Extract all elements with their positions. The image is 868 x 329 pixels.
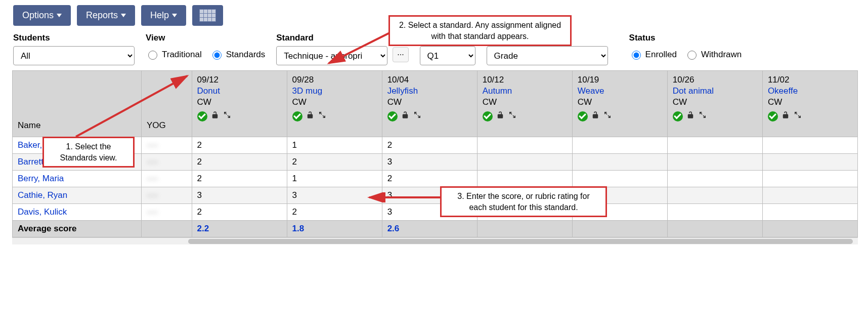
assignment-header-3: 10/12 Autumn CW — [477, 71, 572, 137]
score-cell[interactable] — [477, 170, 572, 187]
yog-cell: ---- — [141, 153, 192, 170]
students-select[interactable]: All — [13, 46, 135, 65]
score-cell[interactable]: 3 — [192, 187, 287, 203]
score-cell[interactable] — [762, 203, 857, 220]
score-cell[interactable] — [572, 137, 667, 153]
score-cell[interactable]: 2 — [287, 203, 382, 220]
unlock-icon[interactable] — [591, 110, 600, 122]
callout-3: 3. Enter the score, or rubric rating for… — [440, 186, 607, 217]
grid-view-button[interactable] — [192, 5, 223, 26]
student-name-cell[interactable]: Berry, Maria — [13, 170, 141, 187]
unlock-icon[interactable] — [781, 110, 790, 122]
table-row: Baker, Matthew----212 — [13, 137, 858, 153]
score-cell[interactable] — [477, 137, 572, 153]
grid-icon — [199, 9, 216, 22]
status-withdrawn-radio[interactable] — [687, 51, 697, 60]
gradebook-table-wrap: Name YOG 09/12 Donut CW 09/28 3D mug CW … — [12, 70, 858, 237]
avg-label: Average score — [13, 220, 141, 237]
student-name-cell[interactable]: Cathie, Ryan — [13, 187, 141, 203]
assign-name-link[interactable]: Jellyfish — [387, 86, 472, 96]
score-cell[interactable]: 1 — [287, 137, 382, 153]
status-withdrawn-label[interactable]: Withdrawn — [685, 49, 742, 60]
score-cell[interactable] — [667, 187, 762, 203]
help-button[interactable]: Help — [141, 5, 186, 26]
score-cell[interactable] — [762, 187, 857, 203]
score-cell[interactable]: 2 — [382, 170, 477, 187]
callout-1: 1. Select the Standards view. — [42, 137, 135, 168]
assignment-header-1: 09/28 3D mug CW — [287, 71, 382, 137]
score-cell[interactable]: 1 — [287, 170, 382, 187]
score-cell[interactable]: 2 — [192, 170, 287, 187]
expand-icon[interactable] — [318, 110, 327, 122]
avg-cell: 1.8 — [287, 220, 382, 237]
check-icon — [768, 111, 778, 121]
term-select[interactable]: Q1 — [420, 46, 475, 65]
assign-date: 10/04 — [387, 75, 472, 85]
status-enrolled-radio[interactable] — [632, 51, 641, 60]
yog-cell: ---- — [141, 137, 192, 153]
reports-label: Reports — [86, 10, 118, 21]
yog-cell: ---- — [141, 203, 192, 220]
assign-date: 10/26 — [673, 75, 757, 85]
expand-icon[interactable] — [413, 110, 422, 122]
horizontal-scrollbar[interactable] — [12, 237, 858, 244]
assignment-header-0: 09/12 Donut CW — [192, 71, 287, 137]
score-cell[interactable] — [667, 137, 762, 153]
standard-picker-button[interactable]: ··· — [393, 47, 408, 62]
unlock-icon[interactable] — [401, 110, 410, 122]
yog-cell: ---- — [141, 170, 192, 187]
unlock-icon[interactable] — [210, 110, 220, 122]
view-standards-label[interactable]: Standards — [210, 49, 266, 60]
score-cell[interactable]: 2 — [287, 153, 382, 170]
assign-name-link[interactable]: 3D mug — [292, 86, 377, 96]
options-button[interactable]: Options — [13, 5, 71, 26]
score-cell[interactable]: 3 — [287, 187, 382, 203]
score-cell[interactable] — [667, 170, 762, 187]
status-enrolled-label[interactable]: Enrolled — [629, 49, 677, 60]
score-cell[interactable] — [762, 137, 857, 153]
expand-icon[interactable] — [223, 110, 232, 122]
score-cell[interactable] — [762, 170, 857, 187]
student-name-cell[interactable]: Davis, Kulick — [13, 203, 141, 220]
score-cell[interactable]: 2 — [192, 203, 287, 220]
avg-cell: 2.6 — [382, 220, 477, 237]
unlock-icon[interactable] — [686, 110, 695, 122]
name-header: Name — [13, 71, 141, 137]
assign-name-link[interactable]: Donut — [197, 86, 282, 96]
unlock-icon[interactable] — [306, 110, 315, 122]
assign-cw: CW — [292, 97, 377, 107]
display-select[interactable]: Grade — [487, 46, 608, 65]
score-cell[interactable]: 2 — [192, 137, 287, 153]
expand-icon[interactable] — [793, 110, 802, 122]
expand-icon[interactable] — [698, 110, 707, 122]
expand-icon[interactable] — [508, 110, 517, 122]
score-cell[interactable]: 3 — [382, 153, 477, 170]
view-standards-radio[interactable] — [212, 51, 222, 60]
score-cell[interactable]: 2 — [382, 137, 477, 153]
score-cell[interactable] — [477, 153, 572, 170]
students-label: Students — [13, 33, 135, 43]
assign-name-link[interactable]: Autumn — [483, 86, 567, 96]
unlock-icon[interactable] — [496, 110, 505, 122]
score-cell[interactable] — [762, 153, 857, 170]
gradebook-table: Name YOG 09/12 Donut CW 09/28 3D mug CW … — [13, 71, 858, 237]
reports-button[interactable]: Reports — [77, 5, 135, 26]
avg-cell — [477, 220, 572, 237]
assign-name-link[interactable]: Dot animal — [673, 86, 757, 96]
view-traditional-label[interactable]: Traditional — [146, 49, 202, 60]
score-cell[interactable] — [667, 203, 762, 220]
status-filter: Status Enrolled Withdrawn — [629, 33, 742, 60]
yog-cell: ---- — [141, 187, 192, 203]
expand-icon[interactable] — [603, 110, 612, 122]
score-cell[interactable] — [667, 153, 762, 170]
scroll-thumb[interactable] — [188, 239, 853, 244]
standard-label: Standard — [276, 33, 387, 43]
score-cell[interactable]: 2 — [192, 153, 287, 170]
view-traditional-radio[interactable] — [148, 51, 157, 60]
caret-down-icon — [57, 14, 62, 17]
assign-name-link[interactable]: Weave — [578, 86, 662, 96]
score-cell[interactable] — [572, 170, 667, 187]
assign-name-link[interactable]: Okeeffe — [768, 86, 852, 96]
score-cell[interactable] — [572, 153, 667, 170]
standard-select[interactable]: Technique - appropri — [276, 46, 387, 65]
